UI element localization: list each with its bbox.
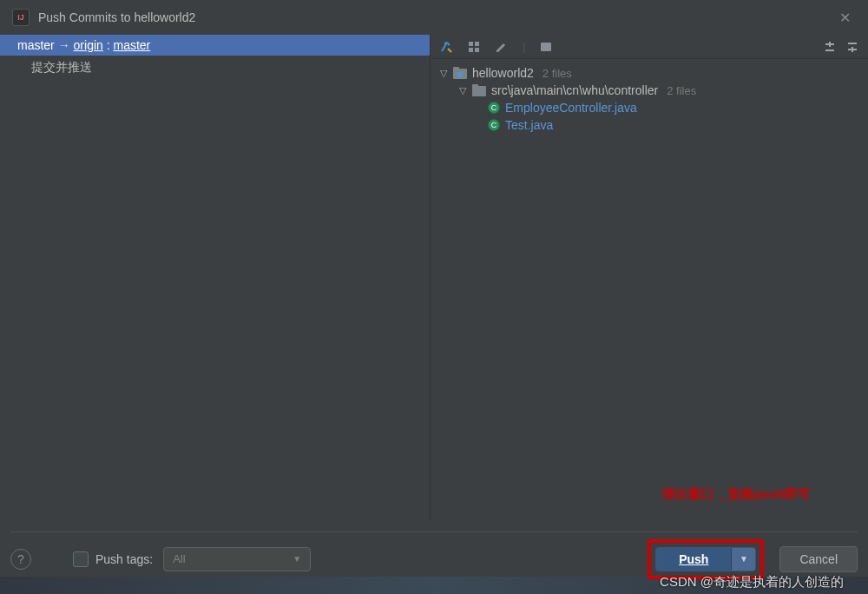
folder-icon bbox=[472, 84, 486, 96]
svg-rect-1 bbox=[475, 42, 479, 46]
annotation-highlight-box: Push ▼ bbox=[648, 539, 764, 579]
tree-file[interactable]: C Test.java bbox=[434, 116, 865, 134]
push-split-button: Push ▼ bbox=[655, 547, 756, 571]
svg-rect-7 bbox=[457, 72, 463, 77]
file-tree: ▽ helloworld2 2 files ▽ src\java\main\cn… bbox=[431, 59, 868, 139]
files-pane: | ▽ helloworld2 2 files bbox=[431, 35, 868, 521]
chevron-down-icon[interactable]: ▽ bbox=[439, 68, 448, 79]
commits-pane: master → origin : master 提交并推送 bbox=[0, 35, 431, 521]
push-dropdown-arrow[interactable]: ▼ bbox=[731, 548, 755, 571]
java-class-icon: C bbox=[488, 102, 500, 114]
tree-file-label: Test.java bbox=[505, 118, 553, 132]
tree-file[interactable]: C EmployeeController.java bbox=[434, 99, 865, 116]
svg-rect-2 bbox=[469, 48, 473, 52]
svg-rect-4 bbox=[541, 43, 551, 51]
close-icon[interactable]: ✕ bbox=[834, 6, 856, 30]
group-icon[interactable] bbox=[467, 40, 481, 54]
java-class-icon: C bbox=[488, 119, 500, 131]
tree-file-label: EmployeeController.java bbox=[505, 101, 637, 115]
svg-rect-6 bbox=[453, 67, 459, 70]
push-button[interactable]: Push bbox=[656, 548, 731, 571]
branch-spec-row[interactable]: master → origin : master bbox=[0, 35, 430, 56]
colon: : bbox=[103, 38, 114, 52]
svg-rect-3 bbox=[475, 48, 479, 52]
window-title: Push Commits to helloworld2 bbox=[38, 10, 825, 24]
titlebar: Push Commits to helloworld2 ✕ bbox=[0, 0, 868, 35]
cancel-button[interactable]: Cancel bbox=[779, 546, 858, 572]
tree-node-label: src\java\main\cn\whu\controller bbox=[491, 83, 658, 97]
help-button[interactable]: ? bbox=[10, 549, 31, 570]
files-toolbar: | bbox=[431, 35, 868, 59]
tree-root[interactable]: ▽ helloworld2 2 files bbox=[434, 64, 865, 82]
tree-node-count: 2 files bbox=[667, 84, 696, 97]
local-branch: master bbox=[17, 38, 55, 52]
tree-node-count: 2 files bbox=[542, 67, 572, 80]
chevron-down-icon[interactable]: ▽ bbox=[458, 85, 467, 96]
dropdown-value: All bbox=[173, 552, 185, 565]
edit-icon[interactable] bbox=[495, 40, 509, 54]
revert-icon[interactable] bbox=[539, 40, 553, 54]
tree-folder[interactable]: ▽ src\java\main\cn\whu\controller 2 file… bbox=[434, 82, 865, 99]
tree-node-label: helloworld2 bbox=[472, 66, 534, 80]
svg-rect-0 bbox=[469, 42, 473, 46]
push-tags-label: Push tags: bbox=[95, 552, 153, 566]
arrow-icon: → bbox=[58, 38, 70, 52]
svg-rect-9 bbox=[472, 84, 478, 88]
annotation-text: 弹出窗口，直接push即可 bbox=[662, 486, 811, 503]
collapse-all-icon[interactable] bbox=[845, 40, 859, 54]
chevron-down-icon: ▼ bbox=[293, 554, 301, 564]
push-tags-dropdown[interactable]: All ▼ bbox=[163, 547, 311, 571]
remote-name-link[interactable]: origin bbox=[74, 38, 103, 52]
remote-branch-link[interactable]: master bbox=[114, 38, 151, 52]
push-tags-checkbox[interactable] bbox=[73, 551, 89, 567]
expand-all-icon[interactable] bbox=[823, 40, 837, 54]
watermark: CSDN @奇迹是执着的人创造的 bbox=[660, 574, 844, 591]
app-icon bbox=[12, 9, 30, 26]
diff-icon[interactable] bbox=[439, 40, 453, 54]
dialog-footer: ? Push tags: All ▼ Push ▼ Cancel bbox=[10, 531, 858, 573]
module-icon bbox=[453, 67, 467, 79]
commit-message[interactable]: 提交并推送 bbox=[0, 56, 430, 80]
